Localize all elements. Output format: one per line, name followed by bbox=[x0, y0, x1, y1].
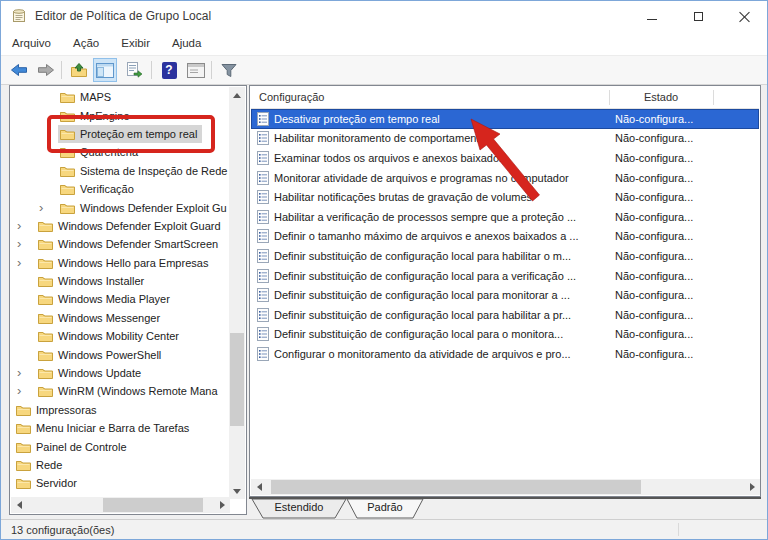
scrollbar-thumb[interactable] bbox=[230, 333, 244, 426]
tree-item-wd-exploit-gu[interactable]: Windows Defender Exploit Gu bbox=[11, 198, 228, 216]
column-header-configuracao[interactable]: Configuração bbox=[259, 91, 324, 103]
tree-item-windows-messenger[interactable]: Windows Messenger bbox=[11, 309, 228, 327]
scroll-down-icon[interactable] bbox=[229, 484, 245, 499]
scroll-right-icon[interactable] bbox=[745, 479, 760, 495]
list-row-desativar-protecao[interactable]: Desativar proteção em tempo realNão-conf… bbox=[251, 109, 759, 129]
folder-icon bbox=[16, 459, 31, 471]
folder-icon bbox=[60, 183, 75, 195]
tree-item-windows-media-player[interactable]: Windows Media Player bbox=[11, 290, 228, 308]
filter-button[interactable] bbox=[217, 58, 241, 82]
toolbar-separator bbox=[211, 61, 212, 79]
policy-setting-icon bbox=[257, 308, 269, 322]
menu-acao[interactable]: Ação bbox=[62, 37, 110, 49]
tree-item-rede[interactable]: Rede bbox=[11, 456, 228, 474]
list-row[interactable]: Definir substituição de configuração loc… bbox=[251, 325, 759, 345]
policy-setting-icon bbox=[257, 190, 269, 204]
chevron-right-icon[interactable] bbox=[39, 203, 58, 213]
tree-item-windows-powershell[interactable]: Windows PowerShell bbox=[11, 345, 228, 363]
properties-window-button[interactable] bbox=[184, 58, 208, 82]
tree-item-sistema-inspecao[interactable]: Sistema de Inspeção de Rede bbox=[11, 162, 228, 180]
tree-vertical-scrollbar[interactable] bbox=[229, 87, 245, 499]
tree-item-windows-hello[interactable]: Windows Hello para Empresas bbox=[11, 254, 228, 272]
forward-button[interactable] bbox=[34, 58, 58, 82]
policy-setting-icon bbox=[257, 327, 269, 341]
tree-item-impressoras[interactable]: Impressoras bbox=[11, 401, 228, 419]
minimize-button[interactable] bbox=[629, 1, 675, 31]
tree-item-windows-installer[interactable]: Windows Installer bbox=[11, 272, 228, 290]
title-bar: Editor de Política de Grupo Local bbox=[1, 1, 767, 31]
folder-icon bbox=[38, 349, 53, 361]
properties-window-icon bbox=[187, 63, 205, 78]
tree-item-wd-smartscreen[interactable]: Windows Defender SmartScreen bbox=[11, 235, 228, 253]
tree-item-windows-mobility-center[interactable]: Windows Mobility Center bbox=[11, 327, 228, 345]
list-header: Configuração Estado bbox=[251, 87, 759, 109]
chevron-right-icon[interactable] bbox=[17, 258, 36, 268]
policy-setting-icon bbox=[257, 151, 269, 165]
back-button[interactable] bbox=[7, 58, 31, 82]
list-row[interactable]: Definir substituição de configuração loc… bbox=[251, 285, 759, 305]
app-window: Editor de Política de Grupo Local Arquiv… bbox=[0, 0, 768, 540]
folder-icon bbox=[38, 257, 53, 269]
list-row[interactable]: Monitorar atividade de arquivos e progra… bbox=[251, 168, 759, 188]
tree-item-wd-exploit-guard[interactable]: Windows Defender Exploit Guard bbox=[11, 217, 228, 235]
scroll-left-icon[interactable] bbox=[251, 479, 266, 495]
chevron-right-icon[interactable] bbox=[17, 368, 36, 378]
chevron-right-icon[interactable] bbox=[17, 386, 36, 396]
tree-item-maps[interactable]: MAPS bbox=[11, 88, 228, 106]
folder-icon bbox=[38, 367, 53, 379]
status-text: 13 configuração(ões) bbox=[1, 524, 114, 536]
chevron-right-icon[interactable] bbox=[17, 239, 36, 249]
menu-arquivo[interactable]: Arquivo bbox=[1, 37, 62, 49]
tree-item-painel-de-controle[interactable]: Painel de Controle bbox=[11, 437, 228, 455]
scroll-up-icon[interactable] bbox=[229, 87, 245, 102]
show-console-tree-button[interactable] bbox=[93, 58, 117, 82]
list-row[interactable]: Definir o tamanho máximo de arquivos e a… bbox=[251, 227, 759, 247]
tree-item-servidor[interactable]: Servidor bbox=[11, 474, 228, 492]
scroll-left-icon[interactable] bbox=[11, 497, 26, 513]
export-list-icon bbox=[126, 62, 143, 78]
folder-icon bbox=[38, 330, 53, 342]
tree-horizontal-scrollbar[interactable] bbox=[11, 497, 230, 513]
menu-exibir[interactable]: Exibir bbox=[110, 37, 161, 49]
scrollbar-thumb[interactable] bbox=[103, 498, 203, 512]
toolbar bbox=[1, 56, 767, 85]
list-row[interactable]: Habilitar monitoramento de comportamento… bbox=[251, 129, 759, 149]
scrollbar-thumb[interactable] bbox=[271, 480, 641, 494]
list-row[interactable]: Definir substituição de configuração loc… bbox=[251, 266, 759, 286]
forward-icon bbox=[37, 62, 55, 78]
tree-item-winrm[interactable]: WinRM (Windows Remote Mana bbox=[11, 382, 228, 400]
help-icon bbox=[162, 62, 177, 79]
list-row[interactable]: Configurar o monitoramento da atividade … bbox=[251, 344, 759, 364]
list-horizontal-scrollbar[interactable] bbox=[251, 479, 760, 495]
folder-icon bbox=[38, 238, 53, 250]
close-button[interactable] bbox=[721, 1, 767, 31]
policy-setting-icon bbox=[257, 288, 269, 302]
menu-ajuda[interactable]: Ajuda bbox=[161, 37, 212, 49]
list-row[interactable]: Definir substituição de configuração loc… bbox=[251, 305, 759, 325]
maximize-button[interactable] bbox=[675, 1, 721, 31]
list-row[interactable]: Habilitar notificações brutas de gravaçã… bbox=[251, 187, 759, 207]
export-list-button[interactable] bbox=[122, 58, 146, 82]
policy-setting-icon bbox=[257, 347, 269, 361]
policy-setting-icon bbox=[257, 249, 269, 263]
list-row[interactable]: Definir substituição de configuração loc… bbox=[251, 246, 759, 266]
folder-icon bbox=[38, 312, 53, 324]
tab-estendido[interactable]: Estendido bbox=[251, 499, 347, 519]
help-button[interactable] bbox=[157, 58, 181, 82]
filter-icon bbox=[221, 63, 237, 78]
tab-padrao[interactable]: Padrão bbox=[346, 499, 424, 519]
list-row[interactable]: Habilitar a verificação de processos sem… bbox=[251, 207, 759, 227]
list-row[interactable]: Examinar todos os arquivos e anexos baix… bbox=[251, 148, 759, 168]
chevron-right-icon[interactable] bbox=[17, 221, 36, 231]
status-divider bbox=[678, 523, 679, 536]
folder-icon bbox=[60, 202, 75, 214]
column-header-estado[interactable]: Estado bbox=[609, 91, 713, 103]
tree-item-windows-update[interactable]: Windows Update bbox=[11, 364, 228, 382]
tree-item-verificacao[interactable]: Verificação bbox=[11, 180, 228, 198]
scroll-right-icon[interactable] bbox=[215, 497, 230, 513]
up-one-level-button[interactable] bbox=[67, 58, 91, 82]
policy-setting-icon bbox=[257, 210, 269, 224]
folder-icon bbox=[60, 165, 75, 177]
tree-item-menu-iniciar[interactable]: Menu Iniciar e Barra de Tarefas bbox=[11, 419, 228, 437]
column-separator[interactable] bbox=[713, 90, 714, 105]
